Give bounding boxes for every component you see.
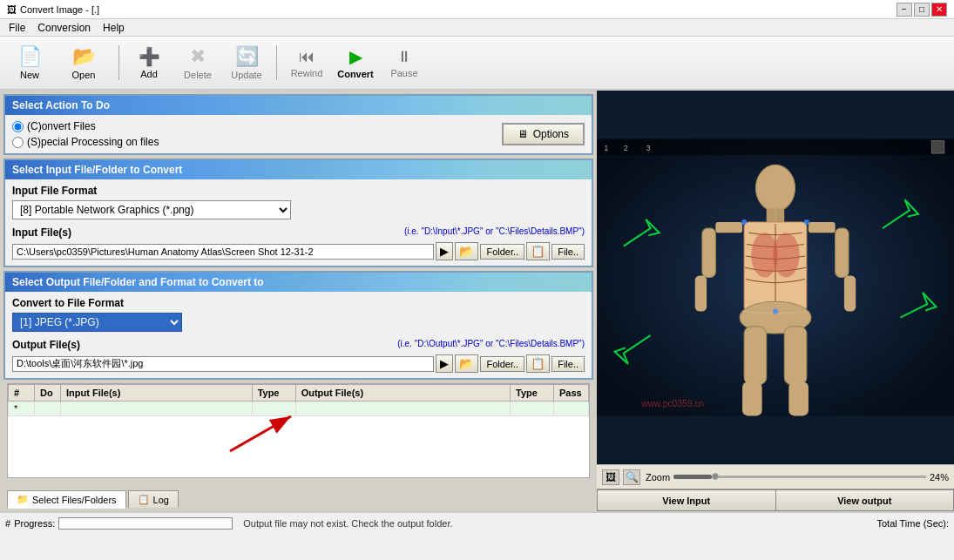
view-input-button[interactable]: View Input [597,489,775,511]
action-radio-1[interactable] [12,121,24,132]
menu-file[interactable]: File [3,20,30,36]
input-folder-button[interactable]: Folder.. [480,244,524,260]
preview-area: 1 2 3 www.pc0359.cn [597,91,954,464]
input-format-label: Input File Format [12,185,585,197]
action-option1-label[interactable]: (C)onvert Files [12,120,159,132]
action-option2-label[interactable]: (S)pecial Processing on files [12,136,159,148]
output-files-label: Output File(s) [12,339,80,351]
minimize-button[interactable]: − [896,3,912,17]
log-icon: 📋 [138,494,150,505]
menu-conversion[interactable]: Conversion [32,20,96,36]
open-icon: 📂 [72,45,96,68]
preview-image: 1 2 3 www.pc0359.cn [597,91,954,464]
status-hash: # [5,518,10,529]
open-button[interactable]: 📂 Open [56,40,112,85]
rewind-button[interactable]: ⏮ Rewind [284,40,329,85]
svg-point-21 [741,219,747,225]
maximize-button[interactable]: □ [914,3,930,17]
svg-rect-19 [788,381,809,415]
action-radio-2[interactable] [12,137,24,148]
input-files-row: Input File(s) (i.e. "D:\Input\*.JPG" or … [12,226,585,239]
toolbar: 📄 New 📂 Open ➕ Add ✖ Delete 🔄 Update ⏮ R… [0,37,954,91]
menu-help[interactable]: Help [98,20,130,36]
update-icon: 🔄 [235,45,259,68]
svg-rect-9 [715,222,742,233]
zoom-label: Zoom [646,472,670,482]
input-file-field[interactable] [12,244,434,260]
zoom-image-button[interactable]: 🖼 [602,469,619,485]
table-header-row: # Do Input File(s) Type Output File(s) T… [9,385,589,401]
output-format-dropdown[interactable]: [1] JPEG (*.JPG) [12,313,182,332]
input-format-dropdown[interactable]: [8] Portable Network Graphics (*.png) [12,200,291,219]
svg-rect-18 [784,327,807,385]
right-panel: 1 2 3 www.pc0359.cn 🖼 🔍 Zoom [597,91,954,511]
output-copy-button[interactable]: 📋 [526,354,550,373]
action-section: Select Action To Do (C)onvert Files (S)p… [3,94,593,155]
input-header: Select Input File/Folder to Convert [5,160,592,179]
col-pass: Pass [554,385,589,401]
output-file-button[interactable]: File.. [551,356,585,372]
file-table: # Do Input File(s) Type Output File(s) T… [8,384,589,416]
view-buttons: View Input View output [597,489,954,511]
input-copy-button[interactable]: 📋 [526,242,550,260]
add-button[interactable]: ➕ Add [126,40,172,85]
svg-rect-17 [742,381,762,415]
svg-rect-28 [931,141,944,153]
pause-icon: ⏸ [396,48,412,66]
title-bar-controls: − □ ✕ [896,3,947,17]
new-button[interactable]: 📄 New [7,40,52,85]
col-num: # [9,385,35,401]
svg-rect-12 [809,222,836,233]
pause-button[interactable]: ⏸ Pause [382,40,427,85]
zoom-slider[interactable] [673,476,926,478]
update-button[interactable]: 🔄 Update [224,40,269,85]
output-file-row: ▶ 📂 Folder.. 📋 File.. [12,354,585,373]
bottom-tabs: 📁 Select Files/Folders 📋 Log [3,485,593,508]
col-output-files: Output File(s) [295,385,510,401]
input-play-button[interactable]: ▶ [436,242,453,260]
svg-text:www.pc0359.cn: www.pc0359.cn [640,399,704,408]
folder-icon: 📁 [17,494,29,505]
col-do: Do [35,385,61,401]
file-table-wrapper: # Do Input File(s) Type Output File(s) T… [7,383,590,478]
output-play-button[interactable]: ▶ [436,354,453,373]
view-output-button[interactable]: View output [775,489,955,511]
zoom-search-button[interactable]: 🔍 [623,469,640,485]
title-bar: 🖼 Convert Image - [.] − □ ✕ [0,0,954,19]
toolbar-sep-1 [118,45,119,80]
output-folder-button[interactable]: Folder.. [480,356,524,372]
output-folder-open-button[interactable]: 📂 [455,354,478,373]
svg-text:1: 1 [604,144,608,152]
svg-rect-16 [744,327,767,385]
svg-text:2: 2 [624,144,628,152]
tab-select-files[interactable]: 📁 Select Files/Folders [7,490,126,509]
title-bar-left: 🖼 Convert Image - [.] [7,4,99,15]
window-title: Convert Image - [.] [20,4,99,15]
output-format-label: Convert to File Format [12,297,585,309]
action-content: (C)onvert Files (S)pecial Processing on … [5,115,592,153]
input-folder-open-button[interactable]: 📂 [455,242,478,260]
status-message: Output file may not exist. Check the out… [236,518,873,529]
row-do [35,401,61,416]
output-file-field[interactable] [12,356,434,372]
svg-point-22 [804,219,809,225]
tab-log[interactable]: 📋 Log [128,490,179,508]
add-icon: ➕ [139,46,160,67]
status-progress-bar [58,517,233,530]
row-num: * [9,401,35,416]
input-file-button[interactable]: File.. [551,244,585,260]
svg-rect-10 [702,228,715,277]
delete-button[interactable]: ✖ Delete [175,40,220,85]
delete-icon: ✖ [190,45,206,68]
status-total-label: Total Time (Sec): [876,518,949,529]
options-button[interactable]: 🖥 Options [502,123,585,145]
menu-bar: File Conversion Help [0,19,954,37]
close-button[interactable]: ✕ [931,3,947,17]
convert-button[interactable]: ▶ Convert [333,40,378,85]
svg-text:3: 3 [646,144,650,152]
rewind-icon: ⏮ [299,48,315,66]
action-radio-group: (C)onvert Files (S)pecial Processing on … [12,120,159,148]
svg-rect-14 [844,275,856,311]
output-section: Select Output File/Folder and Format to … [3,271,593,380]
action-header: Select Action To Do [5,96,592,115]
